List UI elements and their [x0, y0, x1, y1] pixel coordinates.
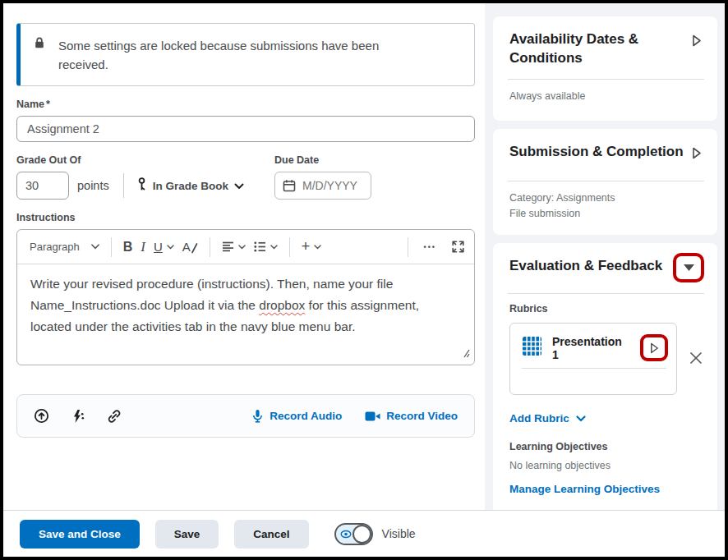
cancel-button[interactable]: Cancel	[234, 520, 308, 549]
fullscreen-button[interactable]	[452, 241, 464, 253]
locked-settings-message: Some settings are locked because submiss…	[58, 36, 413, 75]
triangle-right-icon	[692, 34, 702, 47]
no-objectives-text: No learning objectives	[509, 460, 704, 471]
submission-category: Category: Assignments	[509, 190, 704, 206]
triangle-right-icon	[692, 147, 702, 159]
chevron-down-icon	[576, 415, 586, 422]
divider	[508, 181, 704, 181]
editor-resize-handle[interactable]	[461, 347, 470, 361]
evaluation-panel: Evaluation & Feedback Rubrics Presentati…	[493, 243, 717, 510]
points-label: points	[77, 179, 109, 192]
submission-panel-title: Submission & Completion	[509, 143, 684, 162]
divider	[210, 237, 210, 257]
grade-key-icon	[136, 177, 147, 194]
editor-toolbar: Paragraph B I U A	[17, 230, 474, 264]
name-label: Name*	[16, 99, 475, 110]
toggle-knob	[352, 525, 371, 544]
divider	[522, 368, 666, 369]
record-audio-button[interactable]: Record Audio	[251, 409, 342, 424]
settings-sidebar: Availability Dates & Conditions Always a…	[485, 3, 725, 510]
content-area: Some settings are locked because submiss…	[3, 3, 725, 510]
chevron-down-icon	[234, 180, 244, 192]
expand-icon	[452, 241, 464, 253]
due-date-label: Due Date	[274, 154, 371, 166]
rubric-expand-button[interactable]	[640, 334, 668, 361]
eye-icon	[340, 530, 352, 539]
font-color-button[interactable]: A	[178, 236, 202, 257]
misspelled-word: dropbox	[259, 298, 305, 312]
chevron-down-icon	[270, 245, 278, 250]
in-grade-book-dropdown[interactable]: In Grade Book	[136, 177, 244, 194]
save-and-close-button[interactable]: Save and Close	[20, 520, 140, 549]
align-left-icon	[222, 241, 234, 252]
evaluation-panel-title: Evaluation & Feedback	[509, 257, 662, 276]
quicklink-button[interactable]	[107, 409, 122, 424]
locked-settings-alert: Some settings are locked because submiss…	[16, 23, 475, 86]
in-grade-book-label: In Grade Book	[153, 180, 228, 192]
instructions-editor: Paragraph B I U A	[16, 229, 475, 365]
lock-icon	[33, 36, 46, 53]
availability-panel-title: Availability Dates & Conditions	[509, 30, 678, 68]
evaluation-collapse-button[interactable]	[673, 253, 704, 282]
submission-panel: Submission & Completion Category: Assign…	[493, 129, 717, 235]
chevron-down-icon	[167, 245, 174, 250]
upload-file-button[interactable]	[34, 408, 49, 424]
divider	[111, 237, 112, 257]
name-input[interactable]	[16, 116, 475, 142]
availability-panel: Availability Dates & Conditions Always a…	[493, 16, 717, 121]
submission-type: File submission	[509, 206, 704, 222]
bold-button[interactable]: B	[119, 236, 137, 258]
visibility-label: Visible	[382, 527, 416, 540]
microphone-icon	[251, 409, 264, 424]
more-actions-button[interactable]: •••	[420, 240, 440, 255]
link-icon	[107, 409, 122, 424]
learning-objectives-label: Learning Objectives	[509, 441, 704, 452]
align-dropdown[interactable]	[218, 238, 250, 255]
instructions-text-area[interactable]: Write your revised procedure (instructio…	[17, 264, 474, 347]
submission-expand-button[interactable]	[689, 145, 704, 164]
rubrics-label: Rubrics	[509, 303, 704, 314]
italic-button[interactable]: I	[136, 236, 150, 259]
list-dropdown[interactable]	[250, 238, 282, 255]
visibility-toggle[interactable]	[334, 523, 373, 545]
grade-value-input[interactable]	[16, 172, 69, 200]
record-video-button[interactable]: Record Video	[365, 410, 458, 422]
footer-action-bar: Save and Close Save Cancel Visible	[3, 510, 725, 557]
chevron-down-icon	[238, 245, 246, 250]
main-form: Some settings are locked because submiss…	[3, 3, 485, 510]
insert-dropdown[interactable]: +	[297, 235, 326, 259]
divider	[508, 79, 704, 80]
underline-dropdown[interactable]: U	[150, 236, 178, 257]
manage-objectives-link[interactable]: Manage Learning Objectives	[509, 483, 660, 495]
attachments-toolbar: Record Audio Record Video	[16, 394, 475, 438]
insert-stuff-button[interactable]	[71, 409, 85, 424]
divider	[408, 237, 408, 257]
availability-summary: Always available	[509, 89, 704, 104]
divider	[289, 237, 290, 257]
triangle-down-icon	[683, 264, 695, 272]
bullet-list-icon	[254, 241, 266, 252]
save-button[interactable]: Save	[155, 520, 219, 549]
grade-out-of-label: Grade Out Of	[16, 154, 274, 166]
remove-rubric-button[interactable]	[688, 350, 704, 369]
instructions-label: Instructions	[16, 212, 475, 223]
rubric-name: Presentation 1	[552, 335, 630, 361]
divider	[123, 173, 124, 198]
chevron-down-icon	[314, 245, 321, 250]
assignment-editor-window: Some settings are locked because submiss…	[0, 0, 728, 560]
video-camera-icon	[365, 411, 380, 422]
chevron-down-icon	[91, 244, 99, 250]
close-icon	[689, 351, 703, 365]
upload-cloud-icon	[34, 408, 49, 424]
paragraph-style-dropdown[interactable]: Paragraph	[25, 237, 104, 256]
divider	[508, 293, 704, 294]
grade-due-row: Grade Out Of points In Grade Book	[16, 142, 475, 200]
rubric-card: Presentation 1	[509, 323, 677, 395]
pencil-slash-icon	[191, 242, 198, 254]
triangle-right-icon	[650, 342, 659, 354]
lightning-icon	[71, 409, 85, 424]
rubric-grid-icon	[522, 336, 542, 360]
availability-expand-button[interactable]	[689, 32, 704, 52]
add-rubric-button[interactable]: Add Rubric	[509, 412, 586, 425]
